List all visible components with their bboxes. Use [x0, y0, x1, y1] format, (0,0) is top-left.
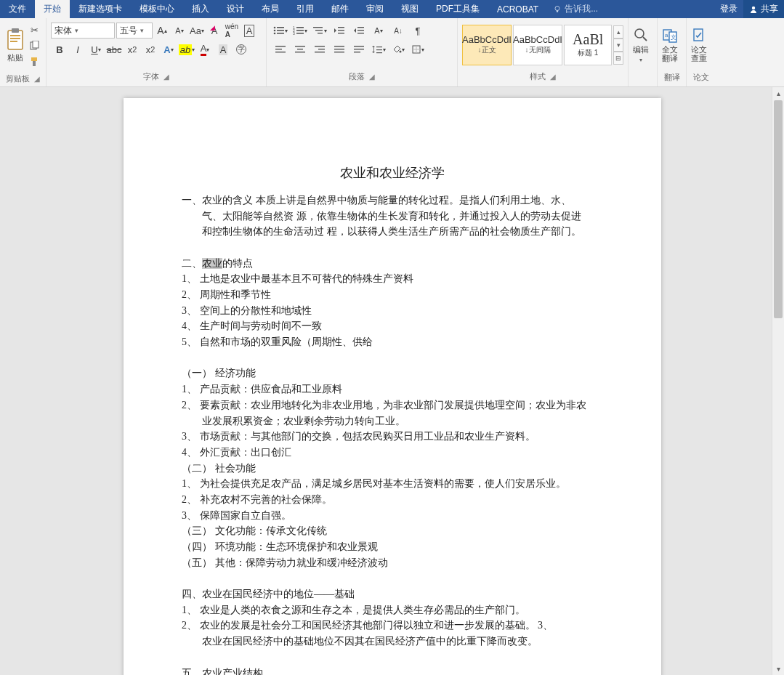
- styles-expand-corner[interactable]: ◢: [550, 73, 556, 81]
- paste-button[interactable]: 粘贴: [4, 23, 25, 68]
- svg-rect-19: [296, 27, 304, 28]
- tab-mail[interactable]: 邮件: [323, 0, 357, 18]
- document-content[interactable]: 农业和农业经济学 一、农业的含义 本质上讲是自然界中物质与能量的转化过程。是指人…: [182, 163, 603, 675]
- tab-review[interactable]: 审阅: [357, 0, 392, 18]
- superscript-button[interactable]: x2: [142, 41, 159, 57]
- svg-rect-51: [376, 52, 382, 53]
- group-clipboard: 粘贴 ✂ 剪贴板◢: [0, 18, 47, 86]
- login-button[interactable]: 登录: [714, 0, 743, 18]
- tab-acrobat[interactable]: ACROBAT: [488, 0, 547, 18]
- highlight-button[interactable]: ab▾: [178, 41, 195, 57]
- svg-rect-33: [275, 46, 286, 47]
- multilevel-button[interactable]: ▾: [310, 23, 329, 39]
- styles-row-down[interactable]: ▾: [613, 39, 623, 52]
- doc-line: 气、太阳能等自然资 源，依靠生物体的生长发育和转化，并通过投入人的劳动去促进: [182, 209, 603, 225]
- find-button[interactable]: 编辑 ▾: [633, 23, 649, 68]
- shading-button[interactable]: ▾: [389, 41, 408, 57]
- grow-font-button[interactable]: A▴: [154, 23, 170, 39]
- style-name: ↓正文: [478, 45, 496, 55]
- document-area[interactable]: 农业和农业经济学 一、农业的含义 本质上讲是自然界中物质与能量的转化过程。是指人…: [0, 87, 784, 675]
- indent-decrease-button[interactable]: [330, 23, 349, 39]
- font-name-combo[interactable]: 宋体▾: [51, 23, 115, 39]
- tab-design[interactable]: 设计: [218, 0, 253, 18]
- page[interactable]: 农业和农业经济学 一、农业的含义 本质上讲是自然界中物质与能量的转化过程。是指人…: [124, 98, 661, 675]
- scroll-up-button[interactable]: ▴: [772, 87, 784, 100]
- text-direction-button[interactable]: A▾: [369, 23, 388, 39]
- clear-format-button[interactable]: A◢: [206, 23, 222, 39]
- underline-button[interactable]: U▾: [87, 41, 105, 57]
- paragraph-expand[interactable]: ◢: [369, 73, 375, 81]
- tab-home[interactable]: 开始: [35, 0, 70, 18]
- thesis-check-button[interactable]: 论文 查重: [691, 23, 707, 68]
- style-nospacing[interactable]: AaBbCcDdI ↓无间隔: [513, 25, 562, 65]
- bullets-button[interactable]: ▾: [271, 23, 290, 39]
- svg-point-12: [274, 27, 276, 29]
- svg-rect-44: [334, 52, 344, 52]
- line-spacing-button[interactable]: ▾: [369, 41, 388, 57]
- scroll-thumb[interactable]: [774, 100, 783, 318]
- phonetic-guide-button[interactable]: wénA: [224, 23, 240, 39]
- translate-button[interactable]: a文 全文 翻译: [662, 23, 678, 68]
- numbering-button[interactable]: 123▾: [291, 23, 310, 39]
- show-marks-button[interactable]: ¶: [408, 23, 427, 39]
- caret-down-icon: ▾: [140, 27, 144, 34]
- char-border-button[interactable]: A: [241, 23, 257, 39]
- tab-pdftools[interactable]: PDF工具集: [427, 0, 488, 18]
- align-distribute-button[interactable]: [349, 41, 368, 57]
- indent-increase-button[interactable]: [349, 23, 368, 39]
- doc-line: 业发展积累资金；农业剩余劳动力转向工业。: [182, 413, 603, 429]
- styles-expand[interactable]: ⊟: [613, 52, 623, 65]
- font-expand[interactable]: ◢: [163, 73, 169, 81]
- copy-button[interactable]: [27, 39, 41, 53]
- styles-row-up[interactable]: ▴: [613, 25, 623, 39]
- edit-label: 编辑: [633, 44, 649, 55]
- style-normal[interactable]: AaBbCcDdI ↓正文: [462, 25, 512, 65]
- svg-rect-43: [334, 49, 344, 49]
- tell-me-search[interactable]: 告诉我...: [547, 3, 604, 15]
- align-center-button[interactable]: [291, 41, 310, 57]
- tab-insert[interactable]: 插入: [183, 0, 218, 18]
- tab-newtab[interactable]: 新建选项卡: [70, 0, 131, 18]
- strike-button[interactable]: abc: [105, 41, 123, 57]
- char-shading-button[interactable]: A: [214, 41, 232, 57]
- svg-rect-30: [357, 27, 364, 28]
- svg-rect-28: [338, 30, 344, 31]
- brush-icon: [29, 57, 39, 67]
- style-heading1[interactable]: AaBl 标题 1: [564, 25, 612, 65]
- change-case-button[interactable]: Aa▾: [189, 23, 205, 39]
- doc-line: （四） 环境功能：生态环境保护和农业景观: [182, 539, 603, 555]
- align-justify-button[interactable]: [330, 41, 349, 57]
- align-right-button[interactable]: [310, 41, 329, 57]
- tab-layout[interactable]: 布局: [253, 0, 288, 18]
- format-painter-button[interactable]: [27, 54, 41, 69]
- tab-references[interactable]: 引用: [288, 0, 323, 18]
- clipboard-expand[interactable]: ◢: [34, 75, 40, 83]
- italic-button[interactable]: I: [69, 41, 86, 57]
- shrink-font-button[interactable]: A▾: [171, 23, 187, 39]
- svg-rect-21: [296, 30, 304, 31]
- cut-button[interactable]: ✂: [27, 23, 41, 37]
- borders-button[interactable]: ▾: [408, 41, 427, 57]
- scroll-down-button[interactable]: ▾: [772, 663, 784, 675]
- share-button[interactable]: 共享: [743, 0, 784, 18]
- scissors-icon: ✂: [31, 25, 39, 36]
- tab-templates[interactable]: 模板中心: [131, 0, 183, 18]
- svg-rect-4: [12, 28, 19, 33]
- font-size-combo[interactable]: 五号▾: [116, 23, 153, 39]
- pilcrow-icon: ¶: [416, 25, 421, 36]
- svg-rect-1: [557, 10, 558, 12]
- tab-file[interactable]: 文件: [0, 0, 35, 18]
- paragraph-group-label: 段落: [349, 71, 365, 82]
- bold-button[interactable]: B: [51, 41, 68, 57]
- svg-point-0: [555, 6, 559, 10]
- font-color-button[interactable]: A▾: [196, 41, 214, 57]
- tab-view[interactable]: 视图: [392, 0, 427, 18]
- sort-button[interactable]: A↓: [389, 23, 408, 39]
- subscript-button[interactable]: x2: [124, 41, 141, 57]
- enclose-char-button[interactable]: 字: [233, 41, 250, 57]
- svg-rect-40: [318, 49, 325, 49]
- align-left-button[interactable]: [271, 41, 290, 57]
- text-effects-button[interactable]: A▾: [160, 41, 177, 57]
- svg-point-2: [752, 6, 755, 9]
- vertical-scrollbar[interactable]: ▴ ▾: [772, 87, 784, 675]
